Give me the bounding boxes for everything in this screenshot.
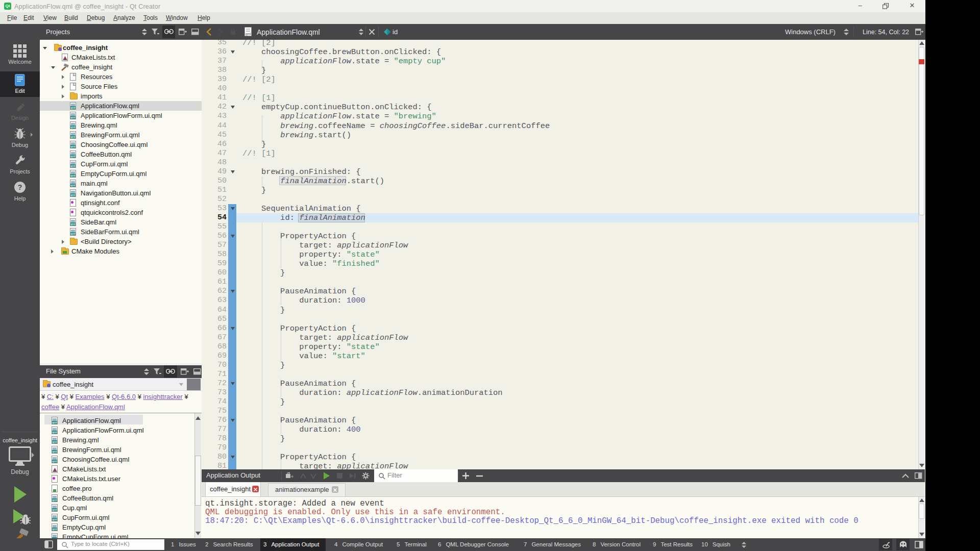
- svg-text:?: ?: [18, 183, 22, 191]
